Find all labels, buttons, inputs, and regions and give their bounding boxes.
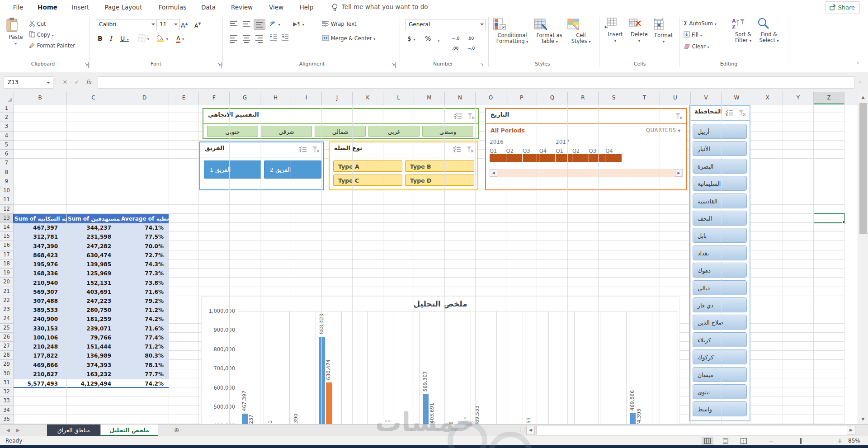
name-box[interactable]: Z13 — [4, 76, 53, 89]
row-header-20[interactable]: 20 — [0, 278, 14, 287]
format-cells-button[interactable]: Format▾ — [652, 16, 675, 45]
slicer-button-الفريق 2[interactable]: الفريق 2 — [264, 160, 321, 179]
slicer-button-ميسان[interactable]: ميسان — [693, 367, 747, 382]
page-layout-view-button[interactable] — [720, 437, 731, 445]
underline-button[interactable]: U ▾ — [120, 33, 129, 43]
cell-styles-button[interactable]: CellStyles ▾ — [567, 16, 595, 45]
slicer-button-بغداد[interactable]: بغداد — [693, 245, 747, 260]
autosum-button[interactable]: Σ AutoSum ▾ — [684, 18, 717, 28]
column-header-Y[interactable]: Y — [783, 92, 814, 104]
new-sheet-button[interactable]: ⊕ — [174, 424, 179, 436]
row-header-12[interactable]: 12 — [0, 205, 14, 214]
percent-button[interactable]: % — [425, 33, 431, 43]
row-header-4[interactable]: 4 — [0, 132, 14, 141]
analysis-chart[interactable]: ملخص التحليل 467,397344,23774.1%312,7812… — [201, 296, 679, 424]
column-header-X[interactable]: X — [752, 92, 783, 104]
column-header-K[interactable]: K — [353, 92, 383, 104]
multi-select-icon[interactable] — [725, 109, 733, 116]
row-header-21[interactable]: 21 — [0, 287, 14, 296]
column-header-N[interactable]: N — [445, 92, 476, 104]
bar-population-أربيل[interactable] — [242, 414, 248, 424]
slicer-button-Type B[interactable]: Type B — [405, 160, 474, 172]
slicer-button-أربيل[interactable]: أربيل — [693, 124, 747, 139]
timeline-selected-segment[interactable] — [572, 154, 589, 162]
zoom-in-button[interactable]: + — [837, 437, 843, 444]
row-header-30[interactable]: 30 — [0, 369, 14, 378]
merge-center-button[interactable]: Merge & Center ▾ — [322, 33, 375, 43]
slicer-button-القادسية[interactable]: القادسية — [693, 193, 747, 208]
row-header-2[interactable]: 2 — [0, 113, 14, 122]
column-header-U[interactable]: U — [660, 92, 691, 104]
column-header-I[interactable]: I — [291, 92, 322, 104]
conditional-formatting-button[interactable]: ≠ ConditionalFormatting ▾ — [493, 16, 532, 45]
insert-function-button[interactable]: fx — [83, 76, 94, 88]
column-header-Z[interactable]: Z — [814, 92, 844, 104]
expand-formula-bar-button[interactable]: ⌄ — [858, 79, 862, 84]
row-header-13[interactable]: 13 — [0, 214, 14, 223]
tell-me-label[interactable]: Tell me what you want to do — [342, 3, 428, 10]
row-header-18[interactable]: 18 — [0, 259, 14, 269]
grow-font-button[interactable]: A▲ — [181, 19, 188, 29]
row-header-17[interactable]: 17 — [0, 250, 14, 259]
slicer-button-بابل[interactable]: بابل — [693, 228, 747, 243]
bar-population-السليمانية[interactable] — [319, 337, 325, 424]
row-header-11[interactable]: 11 — [0, 195, 14, 204]
row-header-31[interactable]: 31 — [0, 378, 14, 387]
timeline-scrollbar[interactable]: ◀▶ — [490, 169, 683, 177]
clear-filter-icon[interactable] — [467, 113, 475, 119]
collapse-ribbon-button[interactable]: ⌃ — [856, 61, 860, 67]
slicer-button-شمالي[interactable]: شمالي — [315, 126, 366, 137]
normal-view-button[interactable] — [702, 437, 713, 445]
row-header-25[interactable]: 25 — [0, 324, 14, 333]
decrease-decimal-button[interactable]: .00→.0 — [467, 33, 475, 43]
row-header-10[interactable]: 10 — [0, 186, 14, 195]
timeline-scroll-right-icon[interactable]: ▶ — [675, 169, 683, 177]
increase-decimal-button[interactable]: ←.0.00 — [452, 33, 459, 43]
paste-button[interactable]: Paste▾ — [5, 16, 26, 47]
insert-cells-button[interactable]: Insert▾ — [604, 16, 626, 44]
sort-filter-button[interactable]: AZ Sort &Filter ▾ — [731, 16, 755, 44]
slicer-button-دهوك[interactable]: دهوك — [693, 263, 747, 278]
clipboard-dialog-launcher[interactable]: ↘ — [83, 62, 89, 68]
slicer-governorate[interactable]: المحافظةأربيلالأنبارالبصرةالسليمانيةالقا… — [689, 105, 750, 421]
slicer-button-غربي[interactable]: غربي — [368, 126, 420, 137]
ribbon-tab-insert[interactable]: Insert — [66, 0, 95, 14]
number-format-combo[interactable]: General — [406, 19, 486, 30]
row-header-23[interactable]: 23 — [0, 305, 14, 314]
row-header-33[interactable]: 33 — [0, 396, 14, 406]
italic-button[interactable]: I — [109, 33, 112, 43]
column-header-P[interactable]: P — [506, 92, 537, 104]
row-header-14[interactable]: 14 — [0, 223, 14, 232]
column-header-O[interactable]: O — [476, 92, 506, 104]
row-header-27[interactable]: 27 — [0, 342, 14, 351]
fill-button[interactable]: Fill ▾ — [684, 30, 702, 40]
slicer-button-Type A[interactable]: Type A — [333, 160, 402, 172]
ribbon-tab-data[interactable]: Data — [195, 0, 222, 14]
fill-color-button[interactable]: ▾ — [156, 33, 168, 43]
shrink-font-button[interactable]: A▼ — [194, 19, 201, 29]
cancel-button[interactable]: ✕ — [60, 76, 71, 88]
scroll-down-button[interactable]: ▼ — [859, 415, 867, 423]
clear-filter-icon[interactable] — [675, 113, 683, 119]
format-as-table-button[interactable]: Format asTable ▾ — [533, 16, 565, 45]
zoom-slider[interactable] — [776, 441, 835, 441]
tab-splitter-handle[interactable]: ⋮⋮ — [518, 424, 527, 436]
slicer-directional[interactable]: التقسيم الاتجاهيجنوبيشرقيشماليغربيوسطي — [203, 108, 479, 139]
row-header-22[interactable]: 22 — [0, 296, 14, 305]
timeline-selected-segment[interactable] — [605, 154, 622, 162]
vertical-scroll-thumb[interactable] — [859, 103, 867, 234]
sheet-nav-left-icon[interactable]: ◀ — [6, 424, 10, 436]
increase-indent-button[interactable] — [281, 33, 289, 43]
column-header-E[interactable]: E — [169, 92, 199, 104]
column-header-J[interactable]: J — [322, 92, 353, 104]
hscroll-left-button[interactable]: ◀ — [526, 426, 535, 434]
row-header-7[interactable]: 7 — [0, 159, 14, 168]
row-header-6[interactable]: 6 — [0, 150, 14, 159]
slicer-button-واسط[interactable]: واسط — [693, 401, 747, 416]
sheet-nav-right-icon[interactable]: ▶ — [16, 424, 20, 436]
row-header-9[interactable]: 9 — [0, 177, 14, 186]
column-header-D[interactable]: D — [120, 92, 169, 104]
horizontal-scrollbar[interactable] — [536, 426, 847, 435]
enter-button[interactable]: ✓ — [71, 76, 82, 88]
slicer-button-البصرة[interactable]: البصرة — [693, 159, 747, 174]
